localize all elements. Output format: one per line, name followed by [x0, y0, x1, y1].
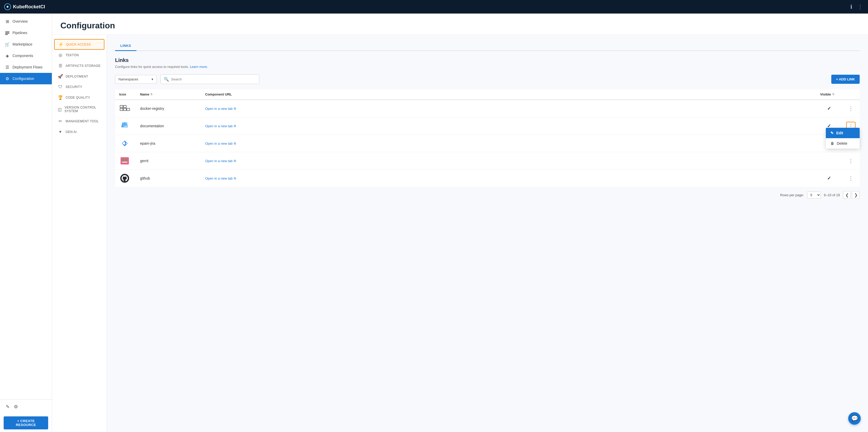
- th-icon: Icon: [115, 89, 136, 100]
- gen-ai-icon: ✦: [58, 129, 63, 134]
- create-resource-button[interactable]: + CREATE RESOURCE: [4, 417, 48, 429]
- rows-per-page-select[interactable]: 5 10 25: [807, 192, 821, 199]
- sidebar-item-components[interactable]: ◈ Components: [0, 50, 52, 61]
- deployment-icon: 🚀: [58, 74, 63, 79]
- config-label-management-tool: MANAGEMENT TOOL: [66, 120, 99, 123]
- row-open-link[interactable]: Open in a new tab ⧉: [205, 159, 812, 163]
- sidebar-item-pipelines[interactable]: Pipelines: [0, 27, 52, 38]
- sidebar-item-overview[interactable]: ⊞ Overview: [0, 15, 52, 27]
- learn-more-link[interactable]: Learn more.: [190, 65, 208, 69]
- components-icon: ◈: [5, 53, 10, 58]
- pipelines-icon: [5, 30, 10, 35]
- th-visible: Visible ⇅: [816, 89, 842, 100]
- rows-per-page-label: Rows per page:: [780, 193, 804, 197]
- row-icon-cell: J: [115, 135, 136, 152]
- row-more-button[interactable]: ⋮: [846, 104, 856, 113]
- config-item-quick-access[interactable]: ⚡ QUICK ACCESS: [54, 39, 104, 50]
- row-dropdown-menu: ✎ Edit 🗑 Delete: [826, 128, 860, 148]
- name-sort-icon[interactable]: ⇅: [150, 93, 153, 96]
- settings-icon[interactable]: ⚙: [13, 403, 19, 411]
- config-item-version-control[interactable]: ◫ VERSION CONTROL SYSTEM: [52, 103, 106, 116]
- row-name: gerrit: [140, 159, 148, 163]
- main-panel: LINKS Links Configure links for quick ac…: [107, 35, 868, 432]
- th-name: Name ⇅: [136, 89, 201, 100]
- tab-links[interactable]: LINKS: [115, 41, 136, 51]
- external-link-icon: ⧉: [234, 141, 236, 145]
- table-header: Icon Name ⇅ Component URL: [115, 89, 860, 100]
- sidebar-label-deployment-flows: Deployment Flows: [12, 65, 42, 69]
- config-item-code-quality[interactable]: 🏆 CODE QUALITY: [52, 92, 106, 103]
- config-item-tekton[interactable]: ◎ TEKTON: [52, 50, 106, 60]
- config-item-artifacts-storage[interactable]: ☰ ARTIFACTS STORAGE: [52, 60, 106, 71]
- gerrit-icon: [119, 155, 130, 166]
- chat-icon: 💬: [851, 415, 858, 422]
- th-actions: [842, 89, 860, 100]
- svg-rect-7: [120, 108, 123, 110]
- external-link-icon: ⧉: [234, 176, 236, 180]
- row-open-link[interactable]: Open in a new tab ⧉: [205, 176, 812, 180]
- prev-page-button[interactable]: ❮: [843, 191, 851, 199]
- external-link-icon: ⧉: [234, 124, 236, 128]
- row-url-cell: Open in a new tab ⧉: [201, 170, 816, 187]
- row-more-button[interactable]: ⋮: [846, 174, 856, 182]
- edit-icon[interactable]: ✎: [5, 403, 11, 411]
- row-name-cell: docker-registry: [136, 100, 201, 118]
- delete-menu-item[interactable]: 🗑 Delete: [826, 138, 860, 148]
- sidebar-footer: ✎ ⚙: [0, 399, 52, 414]
- sidebar-item-marketplace[interactable]: 🛒 Marketplace: [0, 38, 52, 50]
- row-name-cell: gerrit: [136, 152, 201, 170]
- config-label-code-quality: CODE QUALITY: [66, 96, 90, 99]
- sidebar: ⊞ Overview Pipelines 🛒 Marketplace ◈ Com…: [0, 13, 52, 432]
- row-actions-cell: ⋮ ✎ Edit 🗑 Delete: [842, 118, 860, 135]
- row-url-cell: Open in a new tab ⧉: [201, 100, 816, 118]
- external-link-icon: ⧉: [234, 159, 236, 163]
- sidebar-label-marketplace: Marketplace: [12, 42, 32, 46]
- chat-fab-button[interactable]: 💬: [848, 412, 861, 425]
- row-actions-cell: ⋮: [842, 170, 860, 187]
- sidebar-item-configuration[interactable]: ⚙ Configuration: [0, 73, 52, 84]
- pagination: Rows per page: 5 10 25 6–10 of 19 ❮ ❯: [115, 187, 860, 203]
- management-tool-icon: ✂: [58, 119, 63, 124]
- config-sidebar: ⚡ QUICK ACCESS ◎ TEKTON ☰ ARTIFACTS STOR…: [52, 35, 107, 432]
- configuration-icon: ⚙: [5, 76, 10, 81]
- row-icon-cell: [115, 152, 136, 170]
- topbar-more-icon[interactable]: ⋮: [857, 3, 864, 11]
- edit-menu-item[interactable]: ✎ Edit: [826, 128, 860, 138]
- row-open-link[interactable]: Open in a new tab ⧉: [205, 107, 812, 110]
- row-actions-cell: ⋮: [842, 100, 860, 118]
- visible-sort-icon[interactable]: ⇅: [832, 93, 834, 96]
- main-content: Configuration ⚡ QUICK ACCESS ◎ TEKTON ☰ …: [52, 13, 868, 432]
- svg-rect-4: [5, 34, 8, 35]
- config-item-security[interactable]: 🛡 SECURITY: [52, 82, 106, 92]
- config-item-management-tool[interactable]: ✂ MANAGEMENT TOOL: [52, 116, 106, 127]
- delete-label: Delete: [837, 141, 847, 145]
- tekton-icon: ◎: [58, 53, 63, 58]
- svg-rect-2: [5, 32, 9, 32]
- sidebar-item-deployment-flows[interactable]: ☰ Deployment Flows: [0, 61, 52, 73]
- table-row: gerrit Open in a new tab ⧉ ⋮: [115, 152, 860, 170]
- info-icon[interactable]: ℹ: [849, 3, 854, 11]
- namespace-select[interactable]: Namespaces ▾: [115, 75, 157, 84]
- config-label-artifacts-storage: ARTIFACTS STORAGE: [66, 64, 100, 68]
- config-label-deployment: DEPLOYMENT: [66, 75, 88, 78]
- search-input[interactable]: [171, 77, 256, 81]
- svg-rect-14: [125, 159, 127, 161]
- config-item-deployment[interactable]: 🚀 DEPLOYMENT: [52, 71, 106, 82]
- add-link-label: + ADD LINK: [836, 77, 855, 81]
- external-link-icon: ⧉: [234, 107, 236, 110]
- page-nav: ❮ ❯: [843, 191, 860, 199]
- svg-point-1: [7, 6, 8, 7]
- next-page-button[interactable]: ❯: [852, 191, 860, 199]
- row-open-link[interactable]: Open in a new tab ⧉: [205, 124, 812, 128]
- row-name: docker-registry: [140, 106, 164, 110]
- sidebar-label-components: Components: [12, 54, 33, 58]
- row-icon-cell: [115, 118, 136, 135]
- table-row: J epam-jira Open in a new tab ⧉: [115, 135, 860, 152]
- config-item-gen-ai[interactable]: ✦ GEN AI: [52, 127, 106, 137]
- add-link-button[interactable]: + ADD LINK: [831, 75, 860, 84]
- page-title: Configuration: [60, 21, 860, 30]
- row-more-button[interactable]: ⋮: [846, 157, 856, 165]
- row-open-link[interactable]: Open in a new tab ⧉: [205, 141, 812, 145]
- table-body: docker-registry Open in a new tab ⧉ ✓: [115, 100, 860, 187]
- page-header: Configuration: [52, 13, 868, 35]
